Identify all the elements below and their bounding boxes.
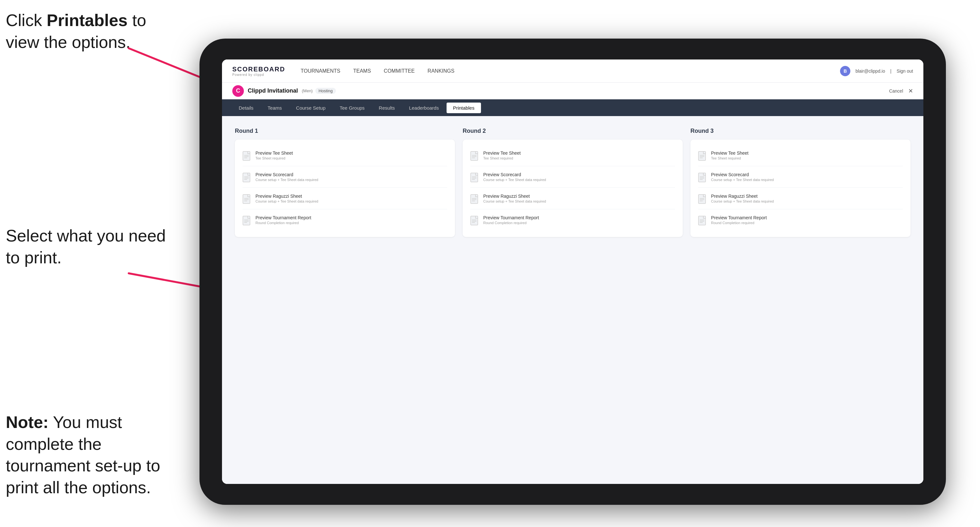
r2-tee-sheet-title: Preview Tee Sheet <box>483 151 520 156</box>
tab-tee-groups[interactable]: Tee Groups <box>333 103 371 113</box>
tablet-frame: SCOREBOARD Powered by clippd TOURNAMENTS… <box>199 38 946 505</box>
r1-tee-sheet[interactable]: Preview Tee Sheet Tee Sheet required <box>243 146 447 166</box>
r1-tee-sheet-title: Preview Tee Sheet <box>255 151 293 156</box>
r2-scorecard-text: Preview Scorecard Course setup + Tee She… <box>483 172 546 182</box>
r3-raguzzi-sub: Course setup + Tee Sheet data required <box>711 199 774 203</box>
round-3-column: Round 3 <box>690 128 910 472</box>
r1-tee-sheet-sub: Tee Sheet required <box>255 156 293 160</box>
r1-tournament-report-title: Preview Tournament Report <box>255 215 311 220</box>
r3-scorecard[interactable]: Preview Scorecard Course setup + Tee She… <box>698 168 903 188</box>
r3-raguzzi-title: Preview Raguzzi Sheet <box>711 194 774 199</box>
tab-results[interactable]: Results <box>372 103 401 113</box>
doc-icon <box>243 216 251 226</box>
r1-scorecard-text: Preview Scorecard Course setup + Tee She… <box>255 172 318 182</box>
svg-rect-8 <box>243 173 250 182</box>
top-nav: SCOREBOARD Powered by clippd TOURNAMENTS… <box>222 59 923 83</box>
r2-raguzzi-title: Preview Raguzzi Sheet <box>483 194 546 199</box>
doc-icon <box>243 151 251 162</box>
r1-tournament-report[interactable]: Preview Tournament Report Round Completi… <box>243 211 447 230</box>
round-2-card: Preview Tee Sheet Tee Sheet required <box>463 140 683 237</box>
tournament-bar-right: Cancel ✕ <box>889 87 913 95</box>
nav-teams[interactable]: TEAMS <box>353 67 371 75</box>
round-1-column: Round 1 <box>235 128 455 472</box>
annotation-note-bold: Note: <box>6 413 49 432</box>
r2-tee-sheet-sub: Tee Sheet required <box>483 156 520 160</box>
svg-rect-48 <box>698 216 706 225</box>
user-avatar: B <box>840 66 850 76</box>
doc-icon <box>243 194 251 205</box>
sign-out-link[interactable]: Sign out <box>897 68 913 74</box>
cancel-button[interactable]: Cancel <box>889 89 903 94</box>
r3-raguzzi-text: Preview Raguzzi Sheet Course setup + Tee… <box>711 194 774 203</box>
svg-rect-16 <box>243 216 250 225</box>
tab-teams[interactable]: Teams <box>261 103 288 113</box>
r1-tee-sheet-text: Preview Tee Sheet Tee Sheet required <box>255 151 293 160</box>
annotation-bold-printables: Printables <box>47 11 127 30</box>
r2-scorecard-title: Preview Scorecard <box>483 172 546 177</box>
r1-scorecard-title: Preview Scorecard <box>255 172 318 177</box>
doc-icon <box>243 173 251 183</box>
round-2-column: Round 2 <box>463 128 683 472</box>
round-1-title: Round 1 <box>235 128 455 134</box>
r3-tournament-report-text: Preview Tournament Report Round Completi… <box>711 215 767 225</box>
svg-rect-40 <box>698 173 706 182</box>
r2-scorecard[interactable]: Preview Scorecard Course setup + Tee She… <box>470 168 675 188</box>
doc-icon <box>698 216 707 226</box>
round-3-title: Round 3 <box>690 128 910 134</box>
r3-tournament-report[interactable]: Preview Tournament Report Round Completi… <box>698 211 903 230</box>
tournament-logo: C <box>232 85 244 97</box>
r3-scorecard-title: Preview Scorecard <box>711 172 774 177</box>
r3-scorecard-text: Preview Scorecard Course setup + Tee She… <box>711 172 774 182</box>
top-nav-right: B blair@clippd.io | Sign out <box>840 66 913 76</box>
svg-rect-32 <box>471 216 478 225</box>
r3-raguzzi[interactable]: Preview Raguzzi Sheet Course setup + Tee… <box>698 189 903 210</box>
nav-tournaments[interactable]: TOURNAMENTS <box>301 67 340 75</box>
doc-icon <box>698 151 707 162</box>
r1-raguzzi-text: Preview Raguzzi Sheet Course setup + Tee… <box>255 194 318 203</box>
tab-course-setup[interactable]: Course Setup <box>290 103 332 113</box>
scoreboard-logo: SCOREBOARD Powered by clippd <box>232 66 285 76</box>
tournament-bar: C Clippd Invitational (Men) Hosting Canc… <box>222 83 923 99</box>
tab-leaderboards[interactable]: Leaderboards <box>402 103 445 113</box>
svg-rect-28 <box>471 195 478 203</box>
r1-scorecard-sub: Course setup + Tee Sheet data required <box>255 178 318 182</box>
content-area: Round 1 <box>222 116 923 484</box>
svg-rect-4 <box>243 151 250 160</box>
r2-raguzzi-text: Preview Raguzzi Sheet Course setup + Tee… <box>483 194 546 203</box>
r2-tournament-report[interactable]: Preview Tournament Report Round Completi… <box>470 211 675 230</box>
tab-details[interactable]: Details <box>232 103 260 113</box>
scoreboard-sub: Powered by clippd <box>232 73 285 76</box>
r1-tournament-report-sub: Round Completion required <box>255 221 311 225</box>
doc-icon <box>470 216 479 226</box>
r2-tournament-report-sub: Round Completion required <box>483 221 539 225</box>
nav-rankings[interactable]: RANKINGS <box>428 67 455 75</box>
scoreboard-title: SCOREBOARD <box>232 66 285 73</box>
r2-raguzzi[interactable]: Preview Raguzzi Sheet Course setup + Tee… <box>470 189 675 210</box>
r1-raguzzi[interactable]: Preview Raguzzi Sheet Course setup + Tee… <box>243 189 447 210</box>
svg-rect-24 <box>471 173 478 182</box>
tab-bar: Details Teams Course Setup Tee Groups Re… <box>222 99 923 116</box>
divider: | <box>890 68 891 74</box>
r2-tournament-report-title: Preview Tournament Report <box>483 215 539 220</box>
doc-icon <box>698 173 707 183</box>
r3-tee-sheet-title: Preview Tee Sheet <box>711 151 748 156</box>
r3-tournament-report-title: Preview Tournament Report <box>711 215 767 220</box>
user-email: blair@clippd.io <box>856 68 885 74</box>
tab-printables[interactable]: Printables <box>447 103 481 113</box>
r3-scorecard-sub: Course setup + Tee Sheet data required <box>711 178 774 182</box>
close-icon[interactable]: ✕ <box>908 87 913 95</box>
r2-tee-sheet-text: Preview Tee Sheet Tee Sheet required <box>483 151 520 160</box>
doc-icon <box>470 173 479 183</box>
doc-icon <box>470 151 479 162</box>
svg-rect-20 <box>471 151 478 160</box>
svg-rect-12 <box>243 195 250 203</box>
r3-tee-sheet-text: Preview Tee Sheet Tee Sheet required <box>711 151 748 160</box>
r3-tee-sheet[interactable]: Preview Tee Sheet Tee Sheet required <box>698 146 903 166</box>
tournament-name: Clippd Invitational <box>248 87 298 94</box>
r3-tournament-report-sub: Round Completion required <box>711 221 767 225</box>
tournament-status: Hosting <box>315 88 336 94</box>
r1-scorecard[interactable]: Preview Scorecard Course setup + Tee She… <box>243 168 447 188</box>
nav-committee[interactable]: COMMITTEE <box>384 67 415 75</box>
r2-tee-sheet[interactable]: Preview Tee Sheet Tee Sheet required <box>470 146 675 166</box>
doc-icon <box>470 194 479 205</box>
